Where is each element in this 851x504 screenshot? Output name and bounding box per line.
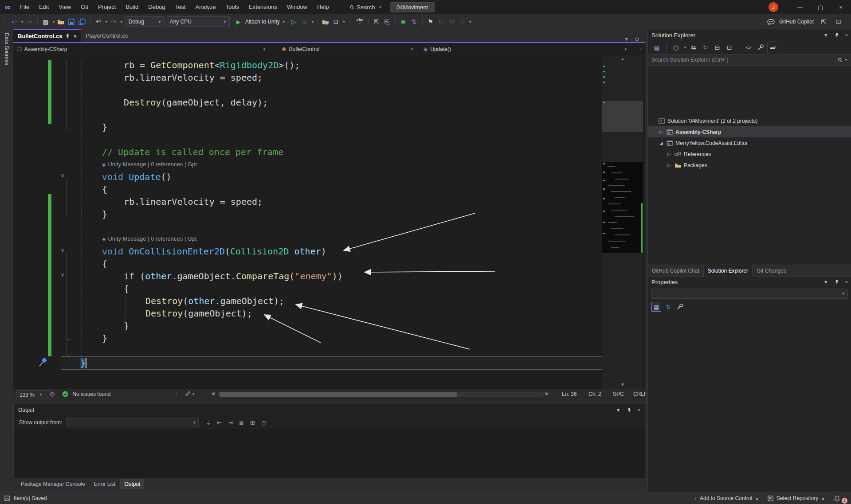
pin-icon[interactable]	[627, 407, 631, 413]
save-button[interactable]	[67, 16, 76, 27]
collapse-all-icon[interactable]: ⊟	[713, 42, 722, 53]
code-line[interactable]: // Update is called once per frame	[102, 146, 283, 158]
preview-selected-items-icon[interactable]: ⊡	[725, 42, 734, 53]
notifications-button[interactable]: 2	[829, 495, 845, 502]
github-copilot-label[interactable]: GitHub Copilot	[779, 19, 814, 25]
bottom-tab-error-list[interactable]: Error List	[90, 479, 120, 489]
code-line[interactable]: rb = GetComponent<Rigidbody2D>();	[124, 59, 300, 71]
minimap-scrollbar[interactable]: ▲ ▼	[602, 55, 643, 389]
paste-indent-icon[interactable]: ⎘	[382, 16, 392, 27]
pin-icon[interactable]	[835, 32, 839, 38]
code-line[interactable]: }	[102, 121, 107, 133]
member-dropdown[interactable]: ◈ Update() ▼	[424, 43, 645, 55]
chevron-down-icon[interactable]: ▼	[52, 20, 55, 24]
code-assist-icon[interactable]	[768, 42, 778, 53]
pending-changes-filter-icon[interactable]: ◴	[671, 42, 681, 53]
timestamp-icon[interactable]: ◷	[261, 419, 266, 426]
horizontal-scrollbar-thumb[interactable]	[220, 392, 457, 397]
pin-icon[interactable]	[66, 34, 70, 39]
switch-views-icon[interactable]: ▤	[652, 42, 662, 53]
save-output-icon[interactable]: ⇣	[206, 419, 211, 426]
save-all-button[interactable]	[77, 16, 87, 27]
tree-chevron-icon[interactable]: ▷	[667, 163, 673, 168]
document-well-options-icon[interactable]: ⛭	[635, 36, 639, 42]
menu-edit[interactable]: Edit	[34, 0, 54, 14]
toggle-word-wrap-icon[interactable]: ⊞	[250, 419, 255, 426]
split-window-icon[interactable]: ⫞	[639, 46, 642, 52]
codelens-row[interactable]: ◈Unity Message | 0 references | Gpt	[102, 235, 197, 242]
health-indicator[interactable]: No issues found	[62, 391, 110, 397]
spell-check-icon[interactable]: abc✓	[355, 16, 365, 27]
code-line[interactable]: Destroy(other.gameObject);	[145, 295, 284, 307]
code-line[interactable]: {	[102, 258, 107, 270]
code-line[interactable]: {	[102, 183, 107, 195]
tab-playercontrol-cs[interactable]: PlayerControl.cs	[81, 29, 132, 42]
menu-file[interactable]: File	[15, 0, 34, 14]
user-avatar[interactable]: J	[769, 2, 778, 12]
bottom-tab-package-manager-console[interactable]: Package Manager Console	[17, 479, 89, 489]
chevron-down-icon[interactable]: ▼	[616, 407, 621, 413]
menu-window[interactable]: Window	[282, 0, 312, 14]
data-sources-tab[interactable]: Data Sources	[4, 33, 10, 65]
previous-bookmark-icon[interactable]: ⚐	[436, 16, 446, 27]
panel-tab-github-copilot-chat[interactable]: GitHub Copilot Chat	[648, 265, 703, 277]
bottom-tab-output[interactable]: Output	[120, 479, 144, 489]
code-line[interactable]: if (other.gameObject.CompareTag("enemy")…	[124, 270, 343, 282]
search-menu[interactable]: ⚲ Search ▼	[350, 4, 382, 11]
close-button[interactable]: ×	[831, 0, 851, 14]
menu-extensions[interactable]: Extensions	[244, 0, 282, 14]
fold-chevron-icon[interactable]: ∨	[57, 247, 68, 253]
code-line[interactable]: rb.linearVelocity = speed;	[124, 71, 263, 84]
minimize-button[interactable]: —	[790, 0, 810, 14]
line-ending-indicator[interactable]: CRLF	[633, 391, 647, 397]
code-line[interactable]: rb.linearVelocity = speed;	[124, 195, 263, 208]
column-indicator[interactable]: Ch: 2	[588, 391, 601, 397]
navigate-forward-button[interactable]: ↪	[24, 16, 34, 27]
github-copilot-icon[interactable]	[767, 19, 775, 25]
tree-item-references[interactable]: ▷References	[648, 148, 851, 160]
start-without-debugging-icon[interactable]: ▷	[289, 16, 299, 27]
output-source-dropdown[interactable]: ▼	[67, 418, 199, 427]
select-repository-button[interactable]: Select Repository ▲	[763, 495, 829, 501]
close-icon[interactable]: ×	[73, 33, 77, 39]
undo-button[interactable]: ↶	[94, 16, 103, 27]
redo-button[interactable]: ↷	[109, 16, 118, 27]
tree-chevron-icon[interactable]: ▷	[659, 129, 665, 134]
find-in-files-icon[interactable]	[321, 16, 330, 27]
quick-actions-icon[interactable]	[38, 357, 47, 368]
play-icon[interactable]: ▶	[234, 16, 243, 27]
scroll-right-icon[interactable]: ▶	[545, 391, 549, 396]
previous-message-icon[interactable]: ⇤	[217, 419, 222, 426]
scroll-up-icon[interactable]: ▲	[602, 56, 643, 61]
code-line[interactable]: Destroy(gameObject);	[145, 307, 252, 320]
menu-git[interactable]: Git	[76, 0, 93, 14]
refresh-icon[interactable]: ↻	[701, 42, 710, 53]
configuration-dropdown[interactable]: Debug▼	[125, 16, 165, 27]
menu-build[interactable]: Build	[121, 0, 143, 14]
code-line[interactable]: }	[124, 320, 129, 332]
menu-help[interactable]: Help	[312, 0, 334, 14]
tree-item-solution-04moviment-2-of-2-projects-[interactable]: Solution '04Moviment' (2 of 2 projects)	[648, 115, 851, 126]
clear-bookmarks-icon[interactable]: ⚐	[458, 16, 467, 27]
chevron-down-icon[interactable]: ▼	[824, 279, 828, 285]
type-dropdown[interactable]: ❖ BulletControl ▼	[282, 43, 419, 55]
property-pages-icon[interactable]	[675, 302, 684, 311]
code-line[interactable]: void OnCollisionEnter2D(Collision2D othe…	[102, 245, 326, 258]
chevron-down-icon[interactable]: ▼	[824, 32, 828, 38]
fold-chevron-icon[interactable]: ∨	[57, 172, 68, 179]
tree-item-merryyellow-codeassist-editor[interactable]: ◢MerryYellow.CodeAssist.Editor	[648, 137, 851, 148]
codelens-row[interactable]: ◈Unity Message | 0 references | Gpt	[102, 161, 197, 168]
scroll-left-icon[interactable]: ◀	[211, 391, 215, 396]
code-editor[interactable]: ▲ ▼ rb = GetComponent<Rigidbody2D>();rb.…	[13, 55, 645, 389]
panel-tab-solution-explorer[interactable]: Solution Explorer	[703, 265, 753, 277]
close-icon[interactable]: ×	[845, 279, 848, 285]
navigate-back-button[interactable]: ↩	[9, 16, 19, 27]
solution-explorer-header[interactable]: Solution Explorer ▼ ×	[648, 29, 851, 41]
menu-analyze[interactable]: Analyze	[190, 0, 220, 14]
window-title[interactable]: 04Moviment	[390, 2, 435, 12]
send-feedback-icon[interactable]: ⊡	[834, 16, 843, 27]
properties-object-dropdown[interactable]: ▼	[651, 289, 848, 299]
alphabetical-sort-icon[interactable]: ⇅	[664, 302, 673, 311]
pin-icon[interactable]	[835, 279, 839, 285]
spaces-indicator[interactable]: SPC	[613, 391, 624, 397]
